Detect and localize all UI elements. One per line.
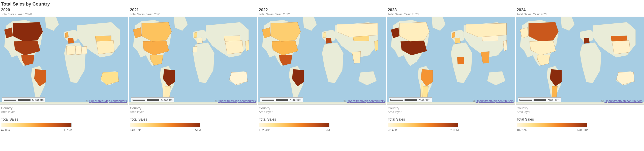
map-canvas[interactable]: 5000 km© OpenStreetMap contributors bbox=[516, 17, 644, 105]
country-china[interactable] bbox=[612, 40, 630, 54]
map-scale-bar: 5000 km bbox=[2, 97, 45, 102]
map-attribution: © OpenStreetMap contributors bbox=[601, 99, 642, 103]
legend-metric-name: Total Sales bbox=[259, 117, 385, 121]
country-argentina[interactable] bbox=[423, 86, 428, 98]
country-united-kingdom[interactable] bbox=[194, 32, 197, 38]
panel-year: 2023 bbox=[388, 8, 514, 12]
map-scale-label: 5000 km bbox=[32, 98, 44, 102]
panel-year: 2024 bbox=[517, 8, 643, 12]
country-france[interactable] bbox=[197, 38, 203, 44]
map-scale-label: 5000 km bbox=[419, 98, 430, 102]
legend-max-value: 2.51M bbox=[193, 128, 201, 132]
country-japan[interactable] bbox=[375, 40, 378, 51]
legend-max-value: 1.75M bbox=[64, 128, 72, 132]
country-egypt[interactable] bbox=[82, 46, 87, 54]
map-scale-label: 5000 km bbox=[161, 98, 172, 102]
panel-year: 2020 bbox=[1, 8, 127, 12]
country-china[interactable] bbox=[225, 40, 243, 54]
country-china[interactable] bbox=[96, 40, 114, 54]
map-canvas[interactable]: 5000 km© OpenStreetMap contributors bbox=[258, 17, 386, 105]
legend-color-gradient bbox=[388, 123, 458, 127]
legend-layer-type: Area layer bbox=[259, 110, 385, 114]
dashboard-title: Total Sales by Country bbox=[0, 0, 644, 7]
legend-layer-type: Area layer bbox=[517, 110, 643, 114]
country-france[interactable] bbox=[584, 38, 590, 44]
map-attribution: © OpenStreetMap contributors bbox=[344, 99, 385, 103]
legend-color-gradient bbox=[517, 123, 587, 127]
legend-max-value: 678.01k bbox=[577, 128, 588, 132]
panel-header: 2024Total Sales, Year: 2024 bbox=[516, 7, 644, 17]
map-attribution: © OpenStreetMap contributors bbox=[86, 99, 127, 103]
legend-layer-type: Area layer bbox=[388, 110, 514, 114]
country-australia[interactable] bbox=[101, 72, 119, 85]
map-scale-label: 5000 km bbox=[548, 98, 559, 102]
map-panel-2022: 2022Total Sales, Year: 20225000 km© Open… bbox=[258, 7, 386, 151]
country-libya[interactable] bbox=[75, 46, 82, 55]
country-japan[interactable] bbox=[246, 40, 249, 51]
country-algeria[interactable] bbox=[66, 46, 75, 55]
country-morocco[interactable] bbox=[193, 46, 197, 52]
country-mongolia[interactable] bbox=[611, 36, 627, 41]
panel-subtitle: Total Sales, Year: 2022 bbox=[259, 13, 385, 16]
legend-min-value: 23.46k bbox=[388, 128, 397, 132]
map-panels-row: 2020Total Sales, Year: 20205000 km© Open… bbox=[0, 7, 644, 151]
country-nigeria[interactable] bbox=[457, 57, 464, 64]
legend-min-value: 132.28k bbox=[259, 128, 270, 132]
panel-year: 2021 bbox=[130, 8, 256, 12]
osm-attribution-link[interactable]: OpenStreetMap contributors bbox=[218, 99, 256, 103]
country-france[interactable] bbox=[68, 38, 74, 44]
map-scale-bar: 5000 km bbox=[131, 97, 174, 102]
map-canvas[interactable]: 5000 km© OpenStreetMap contributors bbox=[0, 17, 128, 105]
country-chile[interactable] bbox=[163, 83, 165, 99]
map-legend: CountryArea layerTotal Sales107.99k678.0… bbox=[516, 105, 644, 132]
legend-metric-name: Total Sales bbox=[130, 117, 256, 121]
country-argentina[interactable] bbox=[551, 86, 557, 98]
map-attribution: © OpenStreetMap contributors bbox=[215, 99, 256, 103]
legend-min-value: 143.57k bbox=[130, 128, 141, 132]
map-legend: CountryArea layerTotal Sales143.57k2.51M bbox=[129, 105, 257, 132]
country-india[interactable] bbox=[481, 51, 489, 63]
legend-layer-type: Area layer bbox=[130, 110, 256, 114]
legend-layer-name: Country bbox=[388, 106, 514, 110]
osm-attribution-link[interactable]: OpenStreetMap contributors bbox=[347, 99, 385, 103]
country-argentina[interactable] bbox=[165, 86, 171, 98]
map-panel-2021: 2021Total Sales, Year: 20215000 km© Open… bbox=[129, 7, 257, 151]
legend-layer-name: Country bbox=[130, 106, 256, 110]
osm-attribution-link[interactable]: OpenStreetMap contributors bbox=[89, 99, 127, 103]
panel-header: 2022Total Sales, Year: 2022 bbox=[258, 7, 386, 17]
panel-subtitle: Total Sales, Year: 2020 bbox=[1, 13, 127, 16]
map-panel-2023: 2023Total Sales, Year: 20235000 km© Open… bbox=[387, 7, 515, 151]
country-australia[interactable] bbox=[229, 72, 248, 85]
country-mongolia[interactable] bbox=[224, 36, 240, 41]
map-panel-2024: 2024Total Sales, Year: 20245000 km© Open… bbox=[516, 7, 644, 151]
country-united-kingdom[interactable] bbox=[452, 32, 455, 38]
osm-attribution-link[interactable]: OpenStreetMap contributors bbox=[604, 99, 642, 103]
map-attribution: © OpenStreetMap contributors bbox=[473, 99, 514, 103]
legend-color-gradient bbox=[259, 123, 329, 127]
country-united-kingdom[interactable] bbox=[323, 32, 326, 38]
map-scale-label: 5000 km bbox=[290, 98, 301, 102]
country-australia[interactable] bbox=[616, 72, 634, 85]
country-india[interactable] bbox=[352, 51, 360, 63]
map-canvas[interactable]: 5000 km© OpenStreetMap contributors bbox=[387, 17, 515, 105]
country-japan[interactable] bbox=[503, 40, 507, 51]
country-mongolia[interactable] bbox=[95, 36, 111, 41]
country-france[interactable] bbox=[326, 38, 332, 44]
legend-color-gradient bbox=[130, 123, 200, 127]
panel-subtitle: Total Sales, Year: 2021 bbox=[130, 13, 256, 16]
map-legend: CountryArea layerTotal Sales47.06k1.75M bbox=[0, 105, 128, 132]
legend-min-value: 107.99k bbox=[517, 128, 528, 132]
osm-attribution-link[interactable]: OpenStreetMap contributors bbox=[476, 99, 514, 103]
panel-header: 2021Total Sales, Year: 2021 bbox=[129, 7, 257, 17]
panel-year: 2022 bbox=[259, 8, 385, 12]
legend-layer-name: Country bbox=[1, 106, 127, 110]
map-scale-bar: 5000 km bbox=[518, 97, 561, 102]
map-canvas[interactable]: 5000 km© OpenStreetMap contributors bbox=[129, 17, 257, 105]
map-scale-bar: 5000 km bbox=[389, 97, 432, 102]
country-chile[interactable] bbox=[420, 83, 423, 99]
panel-header: 2023Total Sales, Year: 2023 bbox=[387, 7, 515, 17]
map-legend: CountryArea layerTotal Sales132.28k2M bbox=[258, 105, 386, 132]
country-united-kingdom[interactable] bbox=[65, 32, 69, 38]
country-france[interactable] bbox=[455, 38, 461, 44]
map-legend: CountryArea layerTotal Sales23.46k2.06M bbox=[387, 105, 515, 132]
